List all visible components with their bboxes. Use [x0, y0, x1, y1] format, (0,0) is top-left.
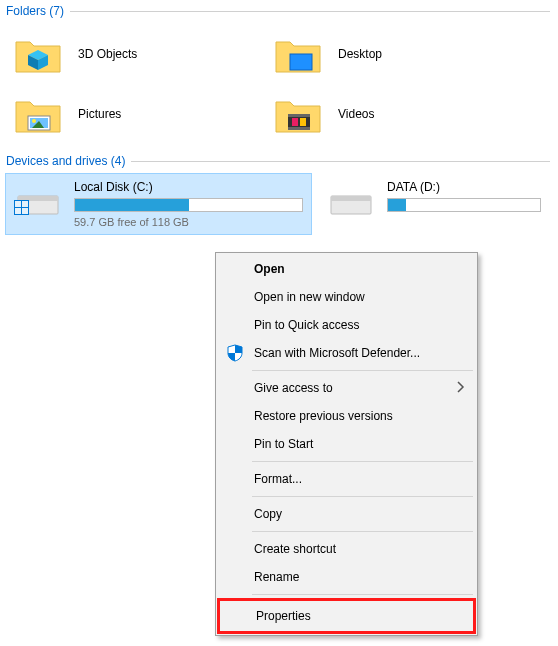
folder-icon: [14, 30, 62, 78]
svg-rect-18: [15, 208, 21, 214]
menu-separator: [252, 531, 473, 532]
folders-section-header[interactable]: Folders (7): [0, 0, 558, 20]
folder-icon: [274, 90, 322, 138]
menu-separator: [252, 496, 473, 497]
svg-rect-19: [22, 208, 28, 214]
section-divider: [70, 11, 550, 12]
menu-give-access-to[interactable]: Give access to: [218, 374, 475, 402]
menu-label: Rename: [254, 570, 299, 584]
menu-separator: [252, 370, 473, 371]
folder-desktop[interactable]: Desktop: [266, 24, 526, 84]
menu-label: Create shortcut: [254, 542, 336, 556]
svg-rect-11: [292, 118, 298, 126]
menu-label: Properties: [256, 609, 311, 623]
menu-open-new-window[interactable]: Open in new window: [218, 283, 475, 311]
drives-grid: Local Disk (C:) 59.7 GB free of 118 GB D…: [0, 170, 558, 240]
folders-section-label: Folders (7): [6, 4, 64, 18]
folder-label: 3D Objects: [78, 47, 137, 61]
menu-label: Copy: [254, 507, 282, 521]
drives-section-header[interactable]: Devices and drives (4): [0, 150, 558, 170]
drive-free-text: 59.7 GB free of 118 GB: [74, 216, 303, 228]
folders-grid: 3D Objects Desktop Pictures: [0, 20, 558, 150]
folder-3d-objects[interactable]: 3D Objects: [6, 24, 266, 84]
menu-pin-start[interactable]: Pin to Start: [218, 430, 475, 458]
folder-label: Pictures: [78, 107, 121, 121]
menu-label: Pin to Start: [254, 437, 313, 451]
menu-label: Give access to: [254, 381, 333, 395]
menu-scan-defender[interactable]: Scan with Microsoft Defender...: [218, 339, 475, 367]
drive-context-menu: Open Open in new window Pin to Quick acc…: [215, 252, 478, 636]
drive-local-c[interactable]: Local Disk (C:) 59.7 GB free of 118 GB: [6, 174, 311, 234]
folder-pictures[interactable]: Pictures: [6, 84, 266, 144]
menu-rename[interactable]: Rename: [218, 563, 475, 591]
folder-label: Videos: [338, 107, 374, 121]
menu-create-shortcut[interactable]: Create shortcut: [218, 535, 475, 563]
drive-usage-bar: [74, 198, 303, 212]
svg-point-6: [32, 119, 36, 123]
menu-open[interactable]: Open: [218, 255, 475, 283]
menu-pin-quick-access[interactable]: Pin to Quick access: [218, 311, 475, 339]
menu-label: Restore previous versions: [254, 409, 393, 423]
svg-rect-12: [300, 118, 306, 126]
menu-label: Open in new window: [254, 290, 365, 304]
svg-rect-21: [331, 196, 371, 201]
drive-name: DATA (D:): [387, 180, 541, 194]
svg-rect-17: [22, 201, 28, 207]
folder-icon: [14, 90, 62, 138]
section-divider: [131, 161, 550, 162]
menu-copy[interactable]: Copy: [218, 500, 475, 528]
drive-icon: [14, 180, 62, 220]
menu-label: Scan with Microsoft Defender...: [254, 346, 420, 360]
menu-separator: [252, 461, 473, 462]
menu-separator: [252, 594, 473, 595]
drive-usage-bar: [387, 198, 541, 212]
folder-videos[interactable]: Videos: [266, 84, 526, 144]
menu-format[interactable]: Format...: [218, 465, 475, 493]
properties-highlight: Properties: [217, 598, 476, 634]
chevron-right-icon: [457, 381, 465, 396]
menu-restore-versions[interactable]: Restore previous versions: [218, 402, 475, 430]
defender-shield-icon: [224, 342, 246, 364]
menu-label: Open: [254, 262, 285, 276]
svg-rect-9: [288, 114, 310, 117]
menu-label: Format...: [254, 472, 302, 486]
svg-rect-10: [288, 127, 310, 130]
drive-data-d[interactable]: DATA (D:): [319, 174, 549, 234]
drive-name: Local Disk (C:): [74, 180, 303, 194]
drives-section-label: Devices and drives (4): [6, 154, 125, 168]
folder-label: Desktop: [338, 47, 382, 61]
folder-icon: [274, 30, 322, 78]
svg-rect-3: [290, 54, 312, 70]
drive-icon: [327, 180, 375, 220]
menu-properties[interactable]: Properties: [220, 601, 473, 631]
menu-label: Pin to Quick access: [254, 318, 359, 332]
svg-rect-16: [15, 201, 21, 207]
